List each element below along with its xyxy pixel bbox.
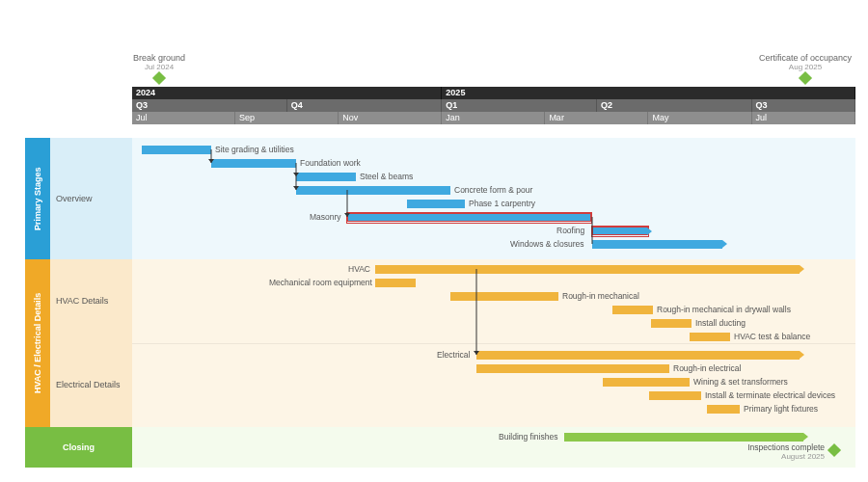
label-wiring: Wining & set transformers (693, 376, 788, 388)
bar-rough-elec[interactable] (476, 364, 669, 373)
label-inspections: Inspections complete August 2025 (707, 443, 825, 462)
year-cell: 2024 (132, 87, 442, 99)
quarter-cell: Q3 (752, 99, 855, 112)
year-cell: 2025 (442, 87, 855, 99)
label-rough-mech-dw: Rough-in mechanical in drywall walls (657, 304, 791, 315)
bar-site-grading[interactable] (142, 146, 211, 154)
bar-foundation[interactable] (211, 159, 296, 168)
label-fixtures: Primary light fixtures (744, 403, 818, 415)
milestone-start: Break ground Jul 2024 (116, 53, 203, 83)
label-inspections-sub: August 2025 (781, 452, 825, 461)
lane-closing-tab[interactable]: Closing (25, 427, 132, 468)
swimlanes: Primary Stages Overview Site grading & u… (25, 138, 855, 468)
month-cell: Jul (132, 112, 235, 124)
lane-hvac-sublabel1: HVAC Details (56, 259, 126, 343)
timeline-months: Jul Sep Nov Jan Mar May Jul (132, 112, 855, 124)
lane-primary-track: Site grading & utilities Foundation work… (132, 138, 855, 259)
milestone-end-sub: Aug 2025 (747, 63, 863, 71)
sub-divider (132, 343, 855, 344)
bar-mech-room[interactable] (375, 279, 416, 287)
quarter-cell: Q1 (442, 99, 597, 112)
label-rough-mech: Rough-in mechanical (562, 290, 639, 302)
lane-hvac-track: HVAC Mechanical room equipment Rough-in … (132, 259, 855, 427)
diamond-icon (152, 71, 166, 85)
label-roofing: Roofing (556, 225, 584, 236)
label-carpentry: Phase 1 carpentry (469, 198, 535, 209)
label-devices: Install & terminate electrical devices (705, 389, 835, 401)
label-hvac: HVAC (348, 263, 370, 275)
diamond-icon (799, 71, 812, 85)
bar-test-balance[interactable] (690, 333, 730, 341)
timeline-quarters: Q3 Q4 Q1 Q2 Q3 (132, 99, 855, 112)
label-inspections-text: Inspections complete (747, 442, 825, 452)
bar-carpentry[interactable] (407, 200, 465, 208)
bar-hvac[interactable] (375, 265, 800, 274)
bar-rough-mech[interactable] (450, 292, 558, 301)
bar-roofing[interactable] (592, 227, 648, 235)
bar-wiring[interactable] (603, 378, 690, 387)
month-cell: Jul (752, 112, 855, 124)
label-foundation: Foundation work (300, 157, 361, 169)
lane-closing: Closing Building finishes Inspections co… (25, 427, 855, 468)
lane-closing-track: Building finishes Inspections complete A… (132, 427, 855, 468)
bar-ducting[interactable] (651, 319, 692, 328)
label-site-grading: Site grading & utilities (215, 144, 294, 155)
quarter-cell: Q4 (287, 99, 443, 112)
milestone-end-label: Certificate of occupancy (747, 53, 863, 63)
bar-windows[interactable] (592, 240, 722, 249)
month-cell: Sep (235, 112, 339, 124)
quarter-cell: Q3 (132, 99, 287, 112)
label-concrete: Concrete form & pour (454, 184, 532, 196)
lane-hvac: HVAC / Electrical Details HVAC Details E… (25, 259, 855, 427)
bar-rough-mech-dw[interactable] (612, 306, 653, 314)
lane-hvac-sublabel2: Electrical Details (56, 343, 126, 427)
lane-hvac-labels: HVAC Details Electrical Details (50, 259, 132, 427)
label-electrical: Electrical (437, 349, 470, 361)
quarter-cell: Q2 (597, 99, 752, 112)
lane-hvac-tab[interactable]: HVAC / Electrical Details (25, 259, 50, 427)
lane-primary: Primary Stages Overview Site grading & u… (25, 138, 855, 259)
label-ducting: Install ducting (695, 317, 746, 329)
milestone-end: Certificate of occupancy Aug 2025 (747, 53, 863, 83)
label-finishes: Building finishes (499, 431, 557, 442)
milestone-start-label: Break ground (116, 53, 203, 63)
timeline-header: 2024 2025 Q3 Q4 Q1 Q2 Q3 Jul Sep Nov Jan… (132, 87, 855, 124)
label-windows: Windows & closures (510, 238, 584, 250)
month-cell: Nov (339, 112, 442, 124)
label-steel: Steel & beams (360, 171, 413, 182)
lane-primary-labels: Overview (50, 138, 132, 259)
bar-masonry[interactable] (347, 213, 591, 222)
label-test-balance: HVAC test & balance (734, 331, 810, 342)
month-cell: Jan (442, 112, 545, 124)
bar-finishes[interactable] (564, 433, 803, 442)
lane-primary-sublabel: Overview (56, 186, 126, 212)
month-cell: Mar (545, 112, 648, 124)
bar-concrete[interactable] (296, 186, 450, 195)
label-mech-room: Mechanical room equipment (269, 277, 372, 288)
timeline-years: 2024 2025 (132, 87, 855, 99)
bar-fixtures[interactable] (707, 405, 740, 414)
label-masonry: Masonry (310, 211, 341, 223)
milestone-start-sub: Jul 2024 (116, 63, 203, 71)
milestone-inspections-icon (827, 443, 841, 457)
bar-steel[interactable] (296, 173, 356, 181)
bar-electrical[interactable] (476, 351, 800, 360)
bar-devices[interactable] (649, 391, 701, 400)
month-cell: May (648, 112, 751, 124)
lane-primary-tab[interactable]: Primary Stages (25, 138, 50, 259)
label-rough-elec: Rough-in electrical (673, 362, 741, 374)
